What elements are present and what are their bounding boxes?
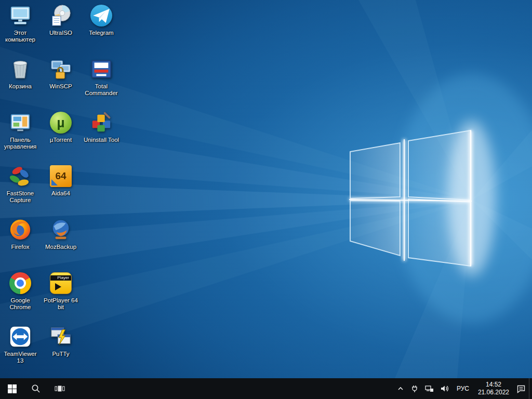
google-chrome-icon: [9, 271, 31, 296]
task-view-button[interactable]: [48, 378, 72, 399]
icon-label: Total Commander: [82, 83, 121, 97]
icon-label: µTorrent: [50, 137, 72, 143]
desktop-icon-winscp[interactable]: WinSCP: [41, 57, 81, 110]
network-status-button[interactable]: [422, 378, 437, 399]
icon-label: PuTTy: [52, 351, 69, 357]
ultraiso-icon: [49, 3, 73, 28]
teamviewer-icon: [8, 324, 32, 349]
system-tray: РУС 14:52 21.06.2022: [394, 378, 532, 399]
desktop-icon-faststone-capture[interactable]: FastStone Capture: [0, 164, 41, 217]
windows-desktop-screen: Этот компьютер Корзина Панель управления…: [0, 0, 532, 399]
chevron-up-icon: [397, 385, 404, 392]
tray-expand-button[interactable]: [394, 378, 407, 399]
recycle-bin-icon: [8, 57, 32, 82]
icon-label: Uninstall Tool: [84, 137, 119, 143]
this-pc-icon: [8, 3, 32, 28]
icon-label: Telegram: [89, 30, 113, 36]
desktop-icon-aida64[interactable]: 64 Aida64: [41, 164, 81, 217]
desktop-icon-total-commander[interactable]: Total Commander: [81, 57, 122, 110]
control-panel-icon: [8, 110, 32, 135]
icon-label: UltraISO: [49, 30, 72, 36]
volume-button[interactable]: [437, 378, 452, 399]
icon-label: Корзина: [9, 83, 32, 90]
faststone-capture-icon: [8, 164, 32, 189]
utorrent-mu-glyph: µ: [57, 115, 65, 131]
desktop-icon-firefox[interactable]: Firefox: [0, 217, 41, 271]
search-icon: [31, 384, 41, 393]
icon-label: Aida64: [51, 190, 70, 197]
total-commander-icon: [89, 57, 113, 82]
taskbar: РУС 14:52 21.06.2022: [0, 378, 532, 399]
winscp-icon: [49, 57, 73, 82]
potplayer-banner: Player: [50, 275, 71, 281]
uninstall-tool-icon: [89, 110, 113, 135]
putty-icon: [49, 324, 73, 349]
icon-label: TeamViewer 13: [1, 351, 40, 364]
telegram-icon: [90, 3, 112, 28]
icon-label: PotPlayer 64 bit: [41, 297, 81, 311]
play-icon: [55, 283, 61, 290]
ethernet-network-icon: [425, 384, 434, 393]
firefox-icon: [8, 217, 32, 242]
desktop-icon-this-pc[interactable]: Этот компьютер: [0, 3, 41, 57]
desktop-icon-teamviewer[interactable]: TeamViewer 13: [0, 324, 41, 378]
notification-icon: [516, 384, 526, 393]
aida64-badge: 64: [55, 170, 66, 182]
show-desktop-button[interactable]: [529, 378, 532, 399]
task-view-icon: [55, 384, 65, 393]
windows-logo-icon: [8, 384, 17, 393]
language-indicator[interactable]: РУС: [452, 378, 474, 399]
clock[interactable]: 14:52 21.06.2022: [474, 378, 513, 399]
taskbar-search-button[interactable]: [24, 378, 48, 399]
icon-label: MozBackup: [45, 244, 76, 250]
icon-label: WinSCP: [49, 83, 72, 90]
start-button[interactable]: [0, 378, 24, 399]
desktop-icon-uninstall-tool[interactable]: Uninstall Tool: [81, 110, 122, 164]
potplayer-icon: Player: [50, 271, 72, 296]
desktop-icon-putty[interactable]: PuTTy: [41, 324, 81, 378]
desktop-icon-ultraiso[interactable]: UltraISO: [41, 3, 81, 57]
language-label: РУС: [457, 385, 469, 392]
mozbackup-icon: [49, 217, 73, 242]
desktop-icon-potplayer[interactable]: Player PotPlayer 64 bit: [41, 271, 81, 324]
desktop-icon-telegram[interactable]: Telegram: [81, 3, 122, 57]
desktop-icon-recycle-bin[interactable]: Корзина: [0, 57, 41, 110]
desktop-icon-mozbackup[interactable]: MozBackup: [41, 217, 81, 271]
icon-label: Панель управления: [1, 137, 40, 150]
icon-label: FastStone Capture: [1, 190, 40, 204]
icon-label: Firefox: [11, 244, 29, 250]
icon-label: Google Chrome: [1, 297, 40, 311]
desktop[interactable]: Этот компьютер Корзина Панель управления…: [0, 0, 532, 378]
desktop-icon-google-chrome[interactable]: Google Chrome: [0, 271, 41, 324]
icon-label: Этот компьютер: [1, 30, 40, 43]
desktop-icon-control-panel[interactable]: Панель управления: [0, 110, 41, 164]
action-center-button[interactable]: [513, 378, 529, 399]
speaker-icon: [440, 384, 449, 393]
utorrent-icon: µ: [50, 110, 72, 135]
time-label: 14:52: [486, 381, 501, 389]
desktop-icon-grid: Этот компьютер Корзина Панель управления…: [0, 3, 122, 378]
date-label: 21.06.2022: [478, 389, 509, 396]
safely-remove-hardware-button[interactable]: [407, 378, 422, 399]
aida64-icon: 64: [50, 164, 72, 189]
desktop-icon-utorrent[interactable]: µ µTorrent: [41, 110, 81, 164]
usb-plug-icon: [410, 384, 419, 393]
